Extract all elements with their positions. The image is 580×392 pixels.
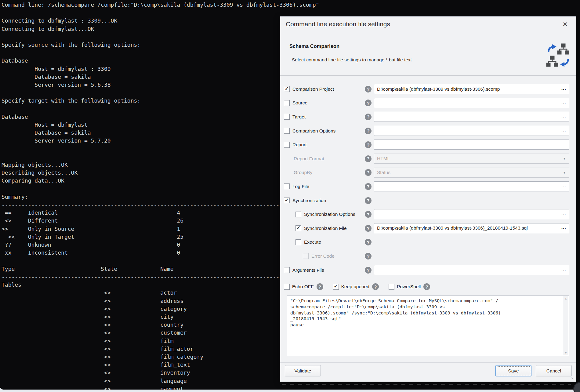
chevron-down-icon[interactable]: ▼ (563, 171, 566, 174)
bat-text-box[interactable]: "C:\Program Files\Devart\dbForge Schema … (287, 296, 569, 356)
row-label: Synchronization Options (304, 212, 355, 217)
row-label: GroupBy (294, 170, 312, 175)
browse-button[interactable]: ... (561, 211, 566, 216)
resize-grip[interactable]: ⋱ (571, 376, 575, 381)
dialog-subtitle: Select command line file settings to man… (292, 57, 412, 63)
help-icon[interactable]: ? (365, 169, 372, 176)
help-icon[interactable]: ? (372, 283, 379, 290)
browse-button[interactable]: ... (561, 267, 566, 272)
setting-row-error-code: Error Code ? (280, 249, 576, 263)
row-label: Synchronization File (304, 226, 347, 231)
field-comparison-project[interactable]: D:\comp\sakila (dbfmylast-3309 vs dbfmyl… (374, 84, 569, 94)
checkbox-synchronization-file[interactable]: ✓ (295, 225, 301, 231)
checkbox-target[interactable] (284, 114, 290, 120)
row-label: Comparison Options (292, 128, 335, 134)
help-icon[interactable]: ? (365, 267, 372, 274)
option-label: Echo OFF (292, 284, 314, 289)
field-log-file[interactable]: ... (374, 181, 569, 191)
row-label: Source (292, 100, 307, 106)
help-icon[interactable]: ? (365, 225, 372, 232)
scroll-down-icon[interactable]: ▼ (563, 351, 568, 354)
cancel-button[interactable]: Cancel (536, 365, 572, 376)
browse-button[interactable]: ... (561, 113, 566, 119)
checkbox-synchronization[interactable]: ✓ (284, 198, 290, 203)
browse-button[interactable]: ... (561, 100, 566, 105)
setting-row-groupby: GroupBy ? Status ▼ (280, 166, 576, 180)
help-icon[interactable]: ? (365, 183, 372, 190)
browse-button[interactable]: ... (561, 127, 566, 133)
setting-row-source: Source ? ... (280, 96, 576, 110)
setting-row-synchronization: ✓ Synchronization ? (280, 194, 576, 208)
save-button[interactable]: Save (495, 365, 531, 376)
help-icon[interactable]: ? (365, 239, 372, 245)
command-line-settings-dialog: Command line execution file settings ✕ S… (280, 16, 576, 382)
setting-row-synchronization-options: Synchronization Options ? ... (280, 207, 576, 221)
checkbox-comparison-options[interactable] (284, 128, 290, 134)
help-icon[interactable]: ? (365, 128, 372, 134)
checkbox-keep-opened[interactable]: ✓ (333, 284, 339, 290)
setting-row-comparison-options: Comparison Options ? ... (280, 124, 576, 138)
field-groupby[interactable]: Status ▼ (374, 168, 569, 178)
setting-row-report-format: Report Format ? HTML ▼ (280, 152, 576, 166)
browse-button[interactable]: ... (561, 141, 566, 147)
row-label: Synchronization (292, 198, 326, 203)
row-label: Arguments File (292, 267, 324, 273)
checkbox-comparison-project[interactable]: ✓ (284, 86, 290, 92)
bat-text: "C:\Program Files\Devart\dbForge Schema … (287, 296, 569, 328)
schema-sync-icon (546, 43, 571, 68)
terminal-dashed-line (282, 384, 571, 385)
scrollbar[interactable]: ▲ ▼ (563, 296, 568, 355)
field-source[interactable]: ... (374, 98, 569, 108)
field-synchronization-file[interactable]: D:\comp\sakila (dbfmylast-3309 vs dbfmyl… (374, 223, 569, 233)
help-icon[interactable]: ? (365, 197, 372, 204)
field-target[interactable]: ... (374, 112, 569, 122)
settings-rows: ✓ Comparison Project ? D:\comp\sakila (d… (280, 82, 576, 277)
scroll-up-icon[interactable]: ▲ (563, 297, 568, 300)
checkbox-log-file[interactable] (284, 183, 290, 189)
chevron-down-icon[interactable]: ▼ (563, 157, 566, 160)
option-label: PowerShell (397, 284, 421, 289)
checkbox-synchronization-options[interactable] (295, 212, 301, 217)
row-label: Execute (304, 239, 321, 245)
browse-button[interactable]: ... (561, 85, 566, 91)
help-icon[interactable]: ? (365, 211, 372, 218)
browse-button[interactable]: ... (561, 183, 566, 188)
field-report[interactable]: ... (374, 140, 569, 150)
help-icon[interactable]: ? (365, 86, 372, 93)
validate-button[interactable]: Validate (285, 365, 321, 376)
option-keep-opened: ✓ Keep opened ? (333, 283, 379, 290)
help-icon[interactable]: ? (365, 100, 372, 106)
checkbox-echo-off[interactable] (284, 284, 290, 290)
row-label: Log File (292, 184, 309, 189)
checkbox-powershell[interactable] (389, 284, 394, 290)
checkbox-report[interactable] (284, 142, 290, 148)
help-icon[interactable]: ? (365, 141, 372, 148)
field-report-format[interactable]: HTML ▼ (374, 154, 569, 164)
close-icon[interactable]: ✕ (561, 20, 569, 29)
setting-row-arguments-file: Arguments File ? ... (280, 263, 576, 277)
screen: { "terminal": { "lines": [ "Command line… (0, 0, 580, 392)
row-label: Error Code (311, 253, 335, 259)
help-icon[interactable]: ? (365, 155, 372, 162)
setting-row-log-file: Log File ? ... (280, 180, 576, 194)
field-arguments-file[interactable]: ... (374, 265, 569, 275)
field-synchronization-options[interactable]: ... (374, 209, 569, 219)
options-row: Echo OFF ? ✓ Keep opened ? PowerShell ? (284, 283, 430, 291)
checkbox-error-code[interactable] (303, 253, 309, 259)
checkbox-source[interactable] (284, 100, 290, 106)
help-icon[interactable]: ? (317, 283, 323, 290)
row-label: Comparison Project (292, 86, 334, 92)
help-icon[interactable]: ? (365, 114, 372, 120)
help-icon[interactable]: ? (365, 253, 372, 260)
checkbox-arguments-file[interactable] (284, 267, 290, 273)
header-separator (280, 75, 576, 76)
option-echo-off: Echo OFF ? (284, 283, 323, 290)
setting-row-comparison-project: ✓ Comparison Project ? D:\comp\sakila (d… (280, 82, 576, 96)
checkbox-execute[interactable] (295, 239, 301, 245)
field-comparison-options[interactable]: ... (374, 126, 569, 136)
setting-row-report: Report ? ... (280, 138, 576, 152)
help-icon[interactable]: ? (423, 283, 430, 290)
option-powershell: PowerShell ? (389, 283, 430, 290)
browse-button[interactable]: ... (561, 225, 566, 230)
setting-row-synchronization-file: ✓ Synchronization File ? D:\comp\sakila … (280, 221, 576, 235)
